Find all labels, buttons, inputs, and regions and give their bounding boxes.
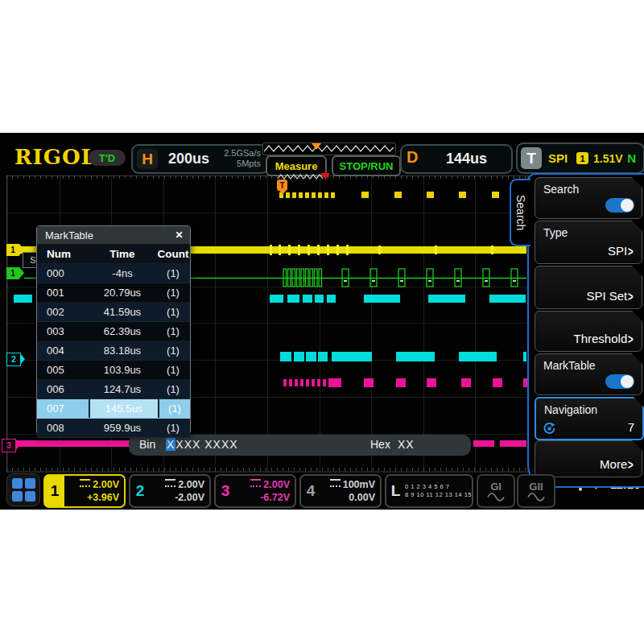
navigation-loop-icon [543,422,557,435]
generator-1-indicator[interactable]: GI [477,474,515,508]
trigger-type: SPI [548,151,568,165]
channel-2-indicator[interactable]: 2 2.00V -2.00V [129,474,211,508]
chevron-right-icon: > [628,456,634,473]
generator-2-indicator[interactable]: GII [517,474,555,508]
overview-position-marker [312,143,321,150]
menu-item-search[interactable]: Search [535,177,642,219]
dc-coupling-icon [330,479,341,487]
table-row-selected[interactable]: 007145.5us(1) [37,399,190,419]
sine-wave-icon [527,493,545,502]
bin-cursor: X [166,438,175,451]
chevron-right-icon: > [628,288,634,304]
trigger-settings-group[interactable]: T SPI 1 1.51V N [516,142,644,174]
table-row[interactable]: 000-4ns(1) [37,264,190,283]
channel-4-indicator[interactable]: 4 100mV 0.00V [299,474,382,508]
navigation-value: 7 [628,420,634,434]
table-row[interactable]: 00362.39us(1) [37,322,190,341]
close-icon[interactable]: ✕ [172,229,186,242]
graticule-top-ticks [6,175,527,179]
rigol-logo: RIGOL [14,145,97,169]
apps-grid-icon[interactable] [6,473,40,506]
marktable-title: MarkTable [37,226,190,244]
hex-value: XX [398,438,415,451]
sine-wave-icon [487,493,505,502]
delay-label: D [407,148,418,167]
logic-analyzer-indicator[interactable]: L 0 1 2 3 4 5 6 7 8 9 10 11 12 13 14 15 [385,474,473,508]
trigger-level: 1.51V [593,152,623,165]
chevron-right-icon: > [628,331,634,347]
trigger-position-marker [320,173,330,180]
horizontal-settings-group[interactable]: H 200us 2.5GSa/s 5Mpts [131,144,269,174]
dc-coupling-icon [250,479,261,487]
chevron-right-icon: > [628,243,634,259]
decode-bus-marker[interactable]: 1 [6,267,19,279]
table-row[interactable]: 008959.9us(1) [37,419,190,438]
horizontal-label: H [137,149,158,169]
delay-value: 144us [446,151,487,167]
dc-coupling-icon [165,479,175,487]
tab-search-vertical[interactable]: Search [510,179,530,246]
channel-1-indicator[interactable]: 1 2.00V +3.96V [43,474,126,508]
search-menu-panel: Search Type SPI> SPI Set> Threshold> Mar… [527,173,644,488]
table-row[interactable]: 00483.18us(1) [37,341,190,361]
menu-item-marktable[interactable]: MarkTable [535,353,642,395]
menu-item-more[interactable]: More> [535,440,642,477]
marktable-popup: MarkTable ✕ Num Time Count 000-4ns(1) 00… [36,225,191,435]
table-row[interactable]: 005103.9us(1) [37,361,190,380]
menu-item-spi-set[interactable]: SPI Set> [535,266,642,309]
delay-settings-group[interactable]: D 144us [400,144,513,174]
stop-run-button[interactable]: STOP/RUN [332,155,401,176]
table-row[interactable]: 00241.59us(1) [37,303,190,322]
menu-item-navigation[interactable]: Navigation 7 [535,397,644,440]
bin-label: Bin [139,438,155,451]
channel-3-marker[interactable]: 3 [2,439,16,452]
marktable-toggle[interactable] [605,374,634,389]
oscilloscope-screen: T 1 SPI 1 2 3 Bin XXXX XXXX Hex XX MarkT… [0,133,644,510]
hex-label: Hex [370,438,390,451]
trigger-source-badge: 1 [576,152,588,164]
dc-coupling-icon [80,479,90,487]
acquisition-info: 2.5GSa/s 5Mpts [224,148,261,169]
bin-value: XXXX XXXX [166,438,238,451]
graticule-bottom-ticks [6,468,527,471]
channel-1-marker[interactable]: 1 [6,244,19,256]
trigger-slope: N [627,151,636,165]
channel-2-marker[interactable]: 2 [6,353,21,366]
trigger-label: T [521,147,542,169]
waveform-overview-strip[interactable] [262,142,396,155]
timebase-value: 200us [168,151,209,167]
search-toggle[interactable] [605,198,634,213]
trigger-flag-icon[interactable]: T [277,180,287,191]
trigger-status-badge: T'D [89,150,126,166]
table-row[interactable]: 006124.7us(1) [37,380,190,399]
menu-item-threshold[interactable]: Threshold> [535,311,642,352]
table-row[interactable]: 00120.79us(1) [37,283,190,303]
channel-3-indicator[interactable]: 3 2.00V -6.72V [214,474,296,508]
menu-item-type[interactable]: Type SPI> [535,221,642,264]
marktable-header: Num Time Count [37,244,190,264]
